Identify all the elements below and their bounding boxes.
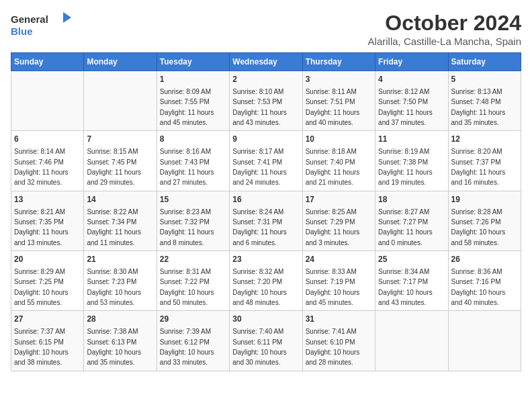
calendar-cell: 19 Sunrise: 8:28 AMSunset: 7:26 PMDaylig… <box>448 191 521 250</box>
sunrise-info: Sunrise: 8:23 AMSunset: 7:32 PMDaylight:… <box>160 208 214 246</box>
day-number: 31 <box>306 314 372 325</box>
sunrise-info: Sunrise: 7:37 AMSunset: 6:15 PMDaylight:… <box>14 328 69 366</box>
sunrise-info: Sunrise: 8:13 AMSunset: 7:48 PMDaylight:… <box>451 88 506 126</box>
day-number: 22 <box>160 254 226 265</box>
calendar-cell: 9 Sunrise: 8:17 AMSunset: 7:41 PMDayligh… <box>230 131 302 191</box>
sunrise-info: Sunrise: 8:29 AMSunset: 7:25 PMDaylight:… <box>14 268 69 306</box>
day-number: 17 <box>306 194 372 205</box>
title-area: October 2024 Alarilla, Castille-La Manch… <box>368 11 521 47</box>
sunrise-info: Sunrise: 8:20 AMSunset: 7:37 PMDaylight:… <box>451 148 506 186</box>
sunrise-info: Sunrise: 8:11 AMSunset: 7:51 PMDaylight:… <box>306 88 360 126</box>
sunrise-info: Sunrise: 8:28 AMSunset: 7:26 PMDaylight:… <box>451 208 506 246</box>
sunrise-info: Sunrise: 8:27 AMSunset: 7:27 PMDaylight:… <box>378 208 433 246</box>
sunrise-info: Sunrise: 7:39 AMSunset: 6:12 PMDaylight:… <box>160 328 214 366</box>
day-number: 2 <box>232 74 299 85</box>
calendar-cell: 11 Sunrise: 8:19 AMSunset: 7:38 PMDaylig… <box>375 131 448 191</box>
day-number: 5 <box>451 74 518 85</box>
sunrise-info: Sunrise: 8:32 AMSunset: 7:20 PMDaylight:… <box>232 268 287 306</box>
day-number: 13 <box>14 194 81 205</box>
sunrise-info: Sunrise: 8:15 AMSunset: 7:45 PMDaylight:… <box>87 148 141 186</box>
calendar-cell: 22 Sunrise: 8:31 AMSunset: 7:22 PMDaylig… <box>157 251 229 311</box>
sunrise-info: Sunrise: 8:21 AMSunset: 7:35 PMDaylight:… <box>14 208 69 246</box>
calendar-cell: 1 Sunrise: 8:09 AMSunset: 7:55 PMDayligh… <box>157 71 229 131</box>
calendar-cell: 24 Sunrise: 8:33 AMSunset: 7:19 PMDaylig… <box>302 251 375 311</box>
day-number: 28 <box>87 314 153 325</box>
day-number: 16 <box>232 194 299 205</box>
day-number: 14 <box>87 194 153 205</box>
calendar-cell: 25 Sunrise: 8:34 AMSunset: 7:17 PMDaylig… <box>375 251 448 311</box>
sunrise-info: Sunrise: 8:18 AMSunset: 7:40 PMDaylight:… <box>306 148 360 186</box>
svg-text:Blue: Blue <box>11 26 33 37</box>
sunrise-info: Sunrise: 8:31 AMSunset: 7:22 PMDaylight:… <box>160 268 214 306</box>
day-number: 3 <box>306 74 372 85</box>
calendar-cell: 21 Sunrise: 8:30 AMSunset: 7:23 PMDaylig… <box>84 251 157 311</box>
sunrise-info: Sunrise: 8:12 AMSunset: 7:50 PMDaylight:… <box>378 88 433 126</box>
weekday-header-friday: Friday <box>375 53 448 71</box>
sunrise-info: Sunrise: 8:10 AMSunset: 7:53 PMDaylight:… <box>232 88 287 126</box>
calendar-cell: 17 Sunrise: 8:25 AMSunset: 7:29 PMDaylig… <box>302 191 375 250</box>
calendar-cell <box>11 71 84 131</box>
sunrise-info: Sunrise: 8:24 AMSunset: 7:31 PMDaylight:… <box>232 208 287 246</box>
calendar-cell: 23 Sunrise: 8:32 AMSunset: 7:20 PMDaylig… <box>230 251 302 311</box>
calendar-table: SundayMondayTuesdayWednesdayThursdayFrid… <box>11 52 521 371</box>
calendar-cell: 20 Sunrise: 8:29 AMSunset: 7:25 PMDaylig… <box>11 251 84 311</box>
day-number: 1 <box>160 74 226 85</box>
weekday-header-wednesday: Wednesday <box>230 53 302 71</box>
calendar-cell: 27 Sunrise: 7:37 AMSunset: 6:15 PMDaylig… <box>11 311 84 371</box>
day-number: 29 <box>160 314 226 325</box>
sunrise-info: Sunrise: 8:14 AMSunset: 7:46 PMDaylight:… <box>14 148 69 186</box>
weekday-header-monday: Monday <box>84 53 157 71</box>
day-number: 21 <box>87 254 153 265</box>
weekday-header-saturday: Saturday <box>448 53 521 71</box>
subtitle: Alarilla, Castille-La Mancha, Spain <box>368 36 521 47</box>
calendar-cell: 26 Sunrise: 8:36 AMSunset: 7:16 PMDaylig… <box>448 251 521 311</box>
header: General Blue October 2024 Alarilla, Cast… <box>11 11 521 47</box>
day-number: 9 <box>232 134 299 145</box>
calendar-cell: 3 Sunrise: 8:11 AMSunset: 7:51 PMDayligh… <box>302 71 375 131</box>
day-number: 6 <box>14 134 81 145</box>
day-number: 30 <box>232 314 299 325</box>
sunrise-info: Sunrise: 7:40 AMSunset: 6:11 PMDaylight:… <box>232 328 287 366</box>
calendar-cell: 6 Sunrise: 8:14 AMSunset: 7:46 PMDayligh… <box>11 131 84 191</box>
sunrise-info: Sunrise: 8:22 AMSunset: 7:34 PMDaylight:… <box>87 208 141 246</box>
day-number: 20 <box>14 254 81 265</box>
sunrise-info: Sunrise: 8:34 AMSunset: 7:17 PMDaylight:… <box>378 268 433 306</box>
calendar-cell: 12 Sunrise: 8:20 AMSunset: 7:37 PMDaylig… <box>448 131 521 191</box>
main-title: October 2024 <box>368 11 521 36</box>
day-number: 11 <box>378 134 445 145</box>
day-number: 19 <box>451 194 518 205</box>
calendar-cell: 18 Sunrise: 8:27 AMSunset: 7:27 PMDaylig… <box>375 191 448 250</box>
calendar-cell: 30 Sunrise: 7:40 AMSunset: 6:11 PMDaylig… <box>230 311 302 371</box>
week-row-2: 6 Sunrise: 8:14 AMSunset: 7:46 PMDayligh… <box>11 131 521 191</box>
day-number: 8 <box>160 134 226 145</box>
day-number: 18 <box>378 194 445 205</box>
day-number: 23 <box>232 254 299 265</box>
calendar-cell <box>84 71 157 131</box>
sunrise-info: Sunrise: 8:09 AMSunset: 7:55 PMDaylight:… <box>160 88 214 126</box>
calendar-cell: 7 Sunrise: 8:15 AMSunset: 7:45 PMDayligh… <box>84 131 157 191</box>
week-row-3: 13 Sunrise: 8:21 AMSunset: 7:35 PMDaylig… <box>11 191 521 250</box>
calendar-cell: 8 Sunrise: 8:16 AMSunset: 7:43 PMDayligh… <box>157 131 229 191</box>
svg-marker-1 <box>63 12 71 23</box>
calendar-cell: 14 Sunrise: 8:22 AMSunset: 7:34 PMDaylig… <box>84 191 157 250</box>
day-number: 15 <box>160 194 226 205</box>
calendar-cell: 16 Sunrise: 8:24 AMSunset: 7:31 PMDaylig… <box>230 191 302 250</box>
logo: General Blue <box>11 11 71 38</box>
sunrise-info: Sunrise: 8:36 AMSunset: 7:16 PMDaylight:… <box>451 268 506 306</box>
sunrise-info: Sunrise: 8:16 AMSunset: 7:43 PMDaylight:… <box>160 148 214 186</box>
day-number: 27 <box>14 314 81 325</box>
day-number: 25 <box>378 254 445 265</box>
week-row-5: 27 Sunrise: 7:37 AMSunset: 6:15 PMDaylig… <box>11 311 521 371</box>
calendar-cell <box>448 311 521 371</box>
calendar-cell: 2 Sunrise: 8:10 AMSunset: 7:53 PMDayligh… <box>230 71 302 131</box>
weekday-header-thursday: Thursday <box>302 53 375 71</box>
weekday-header-sunday: Sunday <box>11 53 84 71</box>
week-row-1: 1 Sunrise: 8:09 AMSunset: 7:55 PMDayligh… <box>11 71 521 131</box>
sunrise-info: Sunrise: 8:33 AMSunset: 7:19 PMDaylight:… <box>306 268 360 306</box>
svg-text:General: General <box>11 13 48 25</box>
week-row-4: 20 Sunrise: 8:29 AMSunset: 7:25 PMDaylig… <box>11 251 521 311</box>
weekday-header-tuesday: Tuesday <box>157 53 229 71</box>
calendar-cell <box>375 311 448 371</box>
sunrise-info: Sunrise: 8:19 AMSunset: 7:38 PMDaylight:… <box>378 148 433 186</box>
weekday-header-row: SundayMondayTuesdayWednesdayThursdayFrid… <box>11 53 521 71</box>
